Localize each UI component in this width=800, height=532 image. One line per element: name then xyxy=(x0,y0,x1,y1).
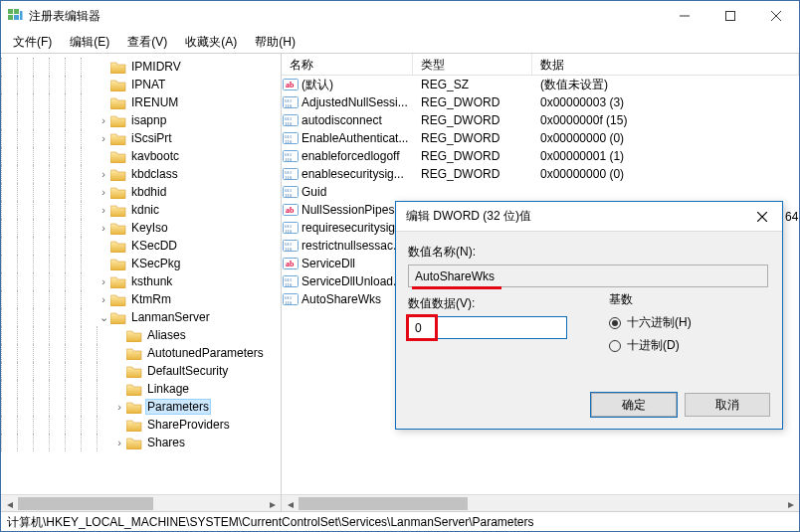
folder-icon xyxy=(126,419,142,432)
folder-icon xyxy=(126,365,142,378)
name-label: 数值名称(N): xyxy=(408,244,770,261)
tree-item-label: IRENUM xyxy=(130,95,179,109)
tree-panel[interactable]: IPMIDRVIPNATIRENUM›isapnp›iScsiPrtkavboo… xyxy=(1,54,282,511)
tree-item-label: kavbootc xyxy=(130,149,180,163)
tree-item[interactable]: ›KeyIso xyxy=(1,219,281,237)
value-type: REG_DWORD xyxy=(413,149,532,163)
value-name: autodisconnect xyxy=(300,113,413,127)
tree-item[interactable]: Linkage xyxy=(1,380,281,398)
tree-item[interactable]: IPMIDRV xyxy=(1,58,281,76)
binary-value-icon xyxy=(282,184,300,200)
chevron-right-icon[interactable]: › xyxy=(97,186,110,198)
minimize-button[interactable] xyxy=(662,1,707,31)
tree-item[interactable]: ›kbdclass xyxy=(1,165,281,183)
tree-item[interactable]: DefaultSecurity xyxy=(1,362,281,380)
tree-item[interactable]: ›isapnp xyxy=(1,111,281,129)
list-scrollbar-h[interactable]: ◂ ▸ xyxy=(282,494,799,511)
menu-edit[interactable]: 编辑(E) xyxy=(62,32,117,53)
folder-icon xyxy=(110,275,126,288)
menu-favorites[interactable]: 收藏夹(A) xyxy=(177,32,245,53)
tree-item[interactable]: ›iScsiPrt xyxy=(1,129,281,147)
scroll-right-icon[interactable]: ▸ xyxy=(782,495,799,511)
chevron-right-icon[interactable]: › xyxy=(97,132,110,144)
list-row[interactable]: autodisconnectREG_DWORD0x0000000f (15) xyxy=(282,111,799,129)
dialog-titlebar[interactable]: 编辑 DWORD (32 位)值 xyxy=(396,202,782,232)
radix-dec-radio[interactable]: 十进制(D) xyxy=(609,337,692,354)
string-value-icon xyxy=(282,202,300,218)
main-window: 注册表编辑器 文件(F) 编辑(E) 查看(V) 收藏夹(A) 帮助(H) IP… xyxy=(0,0,800,532)
tree-item[interactable]: kavbootc xyxy=(1,147,281,165)
value-name: enablesecuritysig... xyxy=(300,167,413,181)
list-row[interactable]: (默认)REG_SZ(数值未设置) xyxy=(282,76,799,93)
tree-item[interactable]: IRENUM xyxy=(1,93,281,111)
scroll-left-icon[interactable]: ◂ xyxy=(1,495,18,511)
value-data: 0x00000001 (1) xyxy=(532,149,799,163)
tree-item[interactable]: KSecDD xyxy=(1,237,281,255)
tree-scrollbar-h[interactable]: ◂ ▸ xyxy=(1,494,281,511)
tree-item-label: KSecDD xyxy=(130,239,178,253)
tree-item[interactable]: ›Parameters xyxy=(1,398,281,416)
tree-item-label: ksthunk xyxy=(130,274,173,288)
list-row[interactable]: enablesecuritysig...REG_DWORD0x00000000 … xyxy=(282,165,799,183)
value-type: REG_DWORD xyxy=(413,95,532,109)
radio-unselected-icon xyxy=(609,340,621,352)
ok-button[interactable]: 确定 xyxy=(591,393,677,417)
tree-item-label: KtmRm xyxy=(130,292,172,306)
cancel-button[interactable]: 取消 xyxy=(685,393,770,417)
chevron-down-icon[interactable]: ⌄ xyxy=(97,311,110,324)
tree-item[interactable]: ›KtmRm xyxy=(1,290,281,308)
tree-item[interactable]: Aliases xyxy=(1,326,281,344)
menu-file[interactable]: 文件(F) xyxy=(5,32,60,53)
tree-item[interactable]: ShareProviders xyxy=(1,416,281,434)
scroll-right-icon[interactable]: ▸ xyxy=(264,495,281,511)
chevron-right-icon[interactable]: › xyxy=(97,275,110,287)
maximize-button[interactable] xyxy=(707,1,753,31)
tree-item[interactable]: ›Shares xyxy=(1,434,281,451)
list-header[interactable]: 名称 类型 数据 xyxy=(282,54,799,76)
list-row[interactable]: AdjustedNullSessi...REG_DWORD0x00000003 … xyxy=(282,93,799,111)
list-scroll-thumb[interactable] xyxy=(299,497,468,510)
chevron-right-icon[interactable]: › xyxy=(97,293,110,305)
tree-item[interactable]: ⌄LanmanServer xyxy=(1,308,281,326)
binary-value-icon xyxy=(282,238,300,254)
chevron-right-icon[interactable]: › xyxy=(97,222,110,234)
tree-item[interactable]: KSecPkg xyxy=(1,255,281,272)
chevron-right-icon[interactable]: › xyxy=(112,437,126,448)
binary-value-icon xyxy=(282,130,300,146)
col-data-header[interactable]: 数据 xyxy=(532,54,799,75)
value-name: EnableAuthenticat... xyxy=(300,131,413,145)
chevron-right-icon[interactable]: › xyxy=(97,204,110,216)
col-name-header[interactable]: 名称 xyxy=(282,54,413,75)
titlebar[interactable]: 注册表编辑器 xyxy=(1,1,799,31)
folder-icon xyxy=(110,204,126,217)
tree-item-label: DefaultSecurity xyxy=(146,364,229,378)
list-row[interactable]: Guid xyxy=(282,183,799,201)
chevron-right-icon[interactable]: › xyxy=(97,168,110,180)
tree-item[interactable]: IPNAT xyxy=(1,76,281,93)
radix-dec-label: 十进制(D) xyxy=(627,337,680,354)
tree-item[interactable]: ›ksthunk xyxy=(1,272,281,290)
list-row[interactable]: EnableAuthenticat...REG_DWORD0x00000000 … xyxy=(282,129,799,147)
tree-scroll-thumb[interactable] xyxy=(18,497,153,510)
menu-help[interactable]: 帮助(H) xyxy=(247,32,303,53)
folder-icon xyxy=(110,168,126,181)
chevron-right-icon[interactable]: › xyxy=(112,401,126,413)
dialog-close-button[interactable] xyxy=(742,202,782,232)
truncated-data: 64 xyxy=(785,210,798,224)
col-type-header[interactable]: 类型 xyxy=(413,54,532,75)
value-type: REG_DWORD xyxy=(413,113,532,127)
close-button[interactable] xyxy=(753,1,799,31)
folder-icon xyxy=(110,311,126,324)
folder-icon xyxy=(126,329,142,342)
tree-item[interactable]: ›kbdhid xyxy=(1,183,281,201)
data-input[interactable] xyxy=(408,316,567,339)
edit-dword-dialog: 编辑 DWORD (32 位)值 数值名称(N): 数值数据(V): xyxy=(395,201,783,430)
tree-item[interactable]: ›kdnic xyxy=(1,201,281,219)
tree-item[interactable]: AutotunedParameters xyxy=(1,344,281,362)
chevron-right-icon[interactable]: › xyxy=(97,114,110,126)
scroll-left-icon[interactable]: ◂ xyxy=(282,495,299,511)
menu-view[interactable]: 查看(V) xyxy=(119,32,175,53)
list-row[interactable]: enableforcedlogoffREG_DWORD0x00000001 (1… xyxy=(282,147,799,165)
name-input xyxy=(408,265,768,287)
radix-hex-radio[interactable]: 十六进制(H) xyxy=(609,314,692,331)
